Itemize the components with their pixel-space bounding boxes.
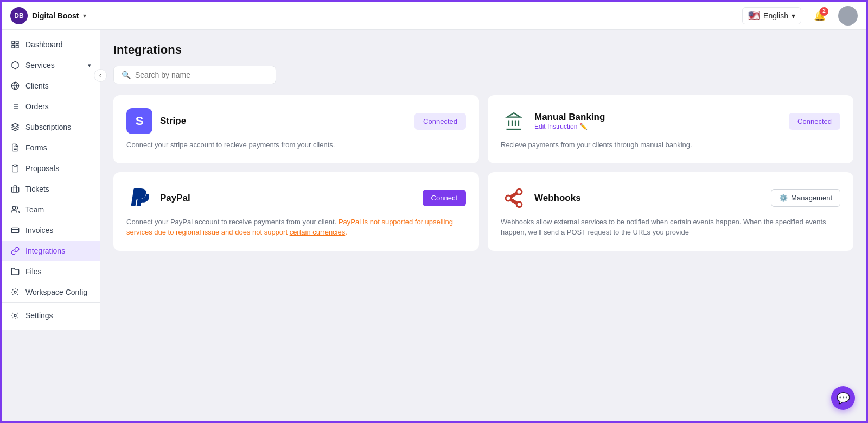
language-selector[interactable]: 🇺🇸 English ▾ [742,7,801,24]
paypal-warning-link[interactable]: certain currencies [290,228,346,236]
app-avatar: DB [10,7,28,24]
search-bar: 🔍 [113,66,276,84]
sidebar-item-orders[interactable]: Orders [2,96,100,117]
sidebar-item-forms[interactable]: Forms [2,137,100,158]
edit-instruction-link[interactable]: Edit Instruction ✏️ [534,123,605,130]
main-layout: Dashboard Services ▾ Clients Orders [2,30,866,421]
manual-banking-card-header: Manual Banking Edit Instruction ✏️ Conne… [501,108,840,134]
search-icon: 🔍 [122,71,131,79]
svg-marker-27 [507,113,520,117]
manual-banking-connected-button[interactable]: Connected [789,113,840,130]
webhooks-description: Webhooks allow external services to be n… [501,217,840,238]
sidebar-wrapper: Dashboard Services ▾ Clients Orders [2,30,100,421]
content-area: Integrations 🔍 S Stripe Connected Connec… [100,30,866,421]
dashboard-icon [10,40,20,49]
webhooks-management-button[interactable]: ⚙️ Management [771,189,840,207]
sidebar-label-workspace-config: Workspace Config [25,288,87,296]
manual-banking-card: Manual Banking Edit Instruction ✏️ Conne… [488,95,853,163]
notification-badge: 2 [820,7,828,16]
webhooks-title-area: Webhooks [501,185,581,211]
svg-rect-0 [12,41,15,44]
proposals-icon [10,163,20,173]
sidebar-item-subscriptions[interactable]: Subscriptions [2,117,100,137]
paypal-description: Connect your PayPal account to receive p… [126,217,466,238]
sidebar-label-tickets: Tickets [25,185,49,193]
files-icon [10,267,20,276]
svg-rect-15 [14,165,16,166]
tickets-icon [10,184,20,194]
stripe-card: S Stripe Connected Connect your stripe a… [113,95,479,163]
integrations-icon [10,246,20,256]
notification-button[interactable]: 🔔 2 [810,6,829,26]
sidebar-item-team[interactable]: Team [2,199,100,220]
paypal-connect-button[interactable]: Connect [423,190,466,206]
paypal-title-area: PayPal [126,185,190,211]
svg-rect-1 [16,41,18,44]
banking-icon [501,108,527,134]
sidebar-label-proposals: Proposals [25,164,59,173]
sidebar-label-integrations: Integrations [25,247,65,255]
sidebar-item-integrations[interactable]: Integrations [2,241,100,261]
stripe-icon: S [126,108,152,134]
header-right: 🇺🇸 English ▾ 🔔 2 [742,6,858,26]
svg-point-21 [14,314,16,317]
svg-point-17 [12,206,15,209]
manual-banking-description: Recieve payments from your clients throu… [501,140,840,150]
subscriptions-icon [10,122,20,132]
page-title: Integrations [113,43,853,57]
language-chevron-icon: ▾ [792,11,795,20]
services-chevron-icon: ▾ [88,62,91,69]
sidebar-item-files[interactable]: Files [2,261,100,282]
sidebar-item-clients[interactable]: Clients [2,75,100,96]
webhooks-card-header: Webhooks ⚙️ Management [501,185,840,211]
sidebar-label-orders: Orders [25,102,49,111]
sidebar-label-clients: Clients [25,81,49,90]
svg-rect-18 [11,228,18,232]
sidebar-item-proposals[interactable]: Proposals [2,158,100,179]
sidebar: Dashboard Services ▾ Clients Orders [2,30,100,330]
services-icon [10,60,20,70]
paypal-icon [126,185,152,211]
stripe-card-header: S Stripe Connected [126,108,466,134]
orders-icon [10,102,20,111]
webhooks-title: Webhooks [534,193,581,204]
paypal-title: PayPal [160,193,190,204]
sidebar-item-tickets[interactable]: Tickets [2,179,100,199]
flag-icon: 🇺🇸 [748,10,760,22]
team-icon [10,205,20,214]
chat-button[interactable]: 💬 [831,386,855,410]
sidebar-item-dashboard[interactable]: Dashboard [2,34,100,55]
paypal-card-header: PayPal Connect [126,185,466,211]
svg-point-20 [14,291,16,293]
webhook-icon [501,185,527,211]
svg-marker-12 [11,123,18,127]
sidebar-label-forms: Forms [25,143,47,152]
language-label: English [763,11,788,20]
sidebar-item-services[interactable]: Services ▾ [2,55,100,75]
stripe-description: Connect your stripe account to recieve p… [126,140,466,150]
sidebar-label-team: Team [25,205,44,214]
app-name: Digital Boost [32,11,79,20]
header-left: DB Digital Boost ▾ [10,7,86,24]
webhooks-card: Webhooks ⚙️ Management Webhooks allow ex… [488,172,853,251]
stripe-title: Stripe [160,116,186,127]
sidebar-collapse-button[interactable]: ‹ [94,69,107,82]
paypal-desc-text: Connect your PayPal account to receive p… [126,218,336,226]
manual-banking-title-area: Manual Banking Edit Instruction ✏️ [501,108,605,134]
workspace-config-icon [10,287,20,297]
sidebar-item-invoices[interactable]: Invoices [2,220,100,241]
sidebar-label-files: Files [25,267,42,276]
search-input[interactable] [135,71,268,79]
app-chevron-icon[interactable]: ▾ [83,12,86,20]
stripe-connected-button[interactable]: Connected [414,113,466,130]
sidebar-label-dashboard: Dashboard [25,40,63,49]
sidebar-bottom: Settings [2,302,100,326]
user-avatar[interactable] [838,6,858,26]
clients-icon [10,81,20,91]
stripe-title-area: S Stripe [126,108,186,134]
manual-banking-title: Manual Banking [534,112,605,123]
edit-pencil-icon: ✏️ [579,123,588,130]
sidebar-item-settings[interactable]: Settings [2,305,100,326]
sidebar-label-invoices: Invoices [25,226,53,235]
sidebar-item-workspace-config[interactable]: Workspace Config [2,282,100,302]
